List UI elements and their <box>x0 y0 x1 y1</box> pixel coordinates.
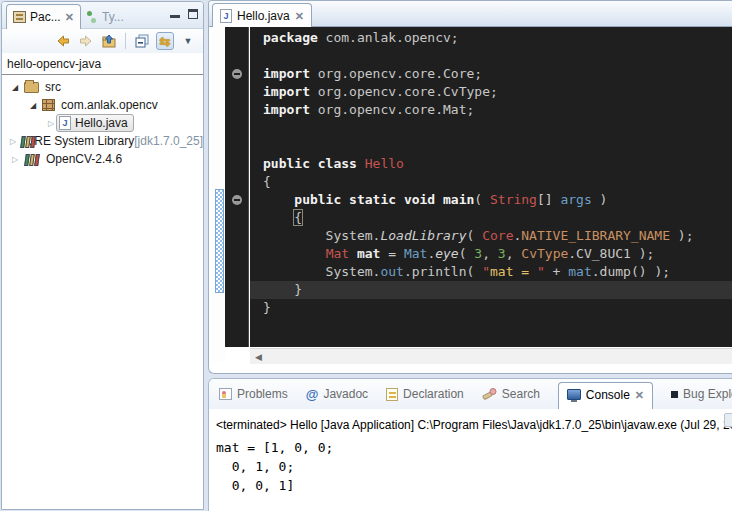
link-with-editor-icon: ⇆ <box>160 34 171 49</box>
library-icon <box>20 135 23 148</box>
tree-item-jre-library[interactable]: ▷ JRE System Library [jdk1.7.0_25] <box>2 132 203 150</box>
console-output-area[interactable]: <terminated> Hello [Java Application] C:… <box>209 409 732 511</box>
code-editor[interactable]: package com.anlak.opencv;import org.open… <box>250 27 732 347</box>
library-icon <box>24 153 41 166</box>
close-icon[interactable]: ✕ <box>65 12 74 22</box>
editor-tabbar: J Hello.java ✕ <box>209 1 732 27</box>
tab-package-explorer-label: Pac... <box>30 10 61 24</box>
view-menu-button[interactable]: ▼ <box>179 32 197 50</box>
javadoc-icon: @ <box>306 387 319 402</box>
up-folder-icon <box>101 33 117 49</box>
expanded-arrow-icon[interactable]: ◢ <box>10 83 20 92</box>
link-with-editor-button[interactable]: ⇆ <box>156 32 174 50</box>
code-line[interactable]: package com.anlak.opencv; <box>250 29 732 47</box>
tree-item-opencv-label: OpenCV-2.4.6 <box>46 152 122 166</box>
java-file-icon: J <box>220 9 232 23</box>
bug-explorer-icon <box>671 391 678 398</box>
fold-collapse-icon[interactable] <box>232 69 242 79</box>
code-line[interactable]: Mat mat = Mat.eye( 3, 3, CvType.CV_8UC1 … <box>250 245 732 263</box>
fold-collapse-icon[interactable] <box>232 195 242 205</box>
collapsed-arrow-icon[interactable]: ▷ <box>10 155 20 164</box>
tree-item-hello-java[interactable]: ▷ J Hello.java <box>2 114 203 132</box>
method-range-indicator <box>215 189 224 293</box>
tree-item-hello-java-label: Hello.java <box>75 116 128 130</box>
console-output-line: 0, 0, 1] <box>216 478 294 493</box>
tree-item-opencv-library[interactable]: ▷ OpenCV-2.4.6 <box>2 150 203 168</box>
annotation-ruler[interactable] <box>212 27 225 362</box>
tab-search[interactable]: Search <box>482 387 540 401</box>
code-line[interactable]: } <box>250 281 732 299</box>
code-line[interactable]: System.LoadLibrary( Core.NATIVE_LIBRARY_… <box>250 227 732 245</box>
console-toolbar-fragment <box>724 413 732 427</box>
code-line[interactable]: public class Hello <box>250 155 732 173</box>
tab-console-label: Console <box>586 388 630 402</box>
tab-type-hierarchy[interactable]: Ty... <box>80 4 130 29</box>
forward-button[interactable] <box>77 32 95 50</box>
tree-item-package-label: com.anlak.opencv <box>61 98 158 112</box>
console-process-title: <terminated> Hello [Java Application] C:… <box>209 409 732 432</box>
tab-hello-java[interactable]: J Hello.java ✕ <box>212 3 312 27</box>
tab-declaration-label: Declaration <box>403 387 464 401</box>
expanded-arrow-icon[interactable]: ◢ <box>28 101 38 110</box>
minimize-icon[interactable] <box>170 9 180 18</box>
code-line[interactable]: import org.opencv.core.Mat; <box>250 101 732 119</box>
collapse-all-button[interactable] <box>133 32 151 50</box>
tree-item-package[interactable]: ◢ com.anlak.opencv <box>2 96 203 114</box>
tab-console[interactable]: Console ✕ <box>558 382 653 409</box>
chevron-down-icon: ▼ <box>184 36 193 46</box>
tab-bug-explorer[interactable]: Bug Explorer <box>671 387 732 401</box>
close-icon[interactable]: ✕ <box>635 390 644 400</box>
tab-problems-label: Problems <box>237 387 288 401</box>
go-up-button[interactable] <box>100 32 118 50</box>
code-line[interactable]: public static void main( String[] args ) <box>250 191 732 209</box>
collapse-all-icon <box>134 33 150 49</box>
maximize-icon[interactable] <box>188 9 198 19</box>
scroll-left-icon[interactable]: ◀ <box>250 352 262 362</box>
tab-problems[interactable]: Problems <box>219 387 288 401</box>
code-line[interactable] <box>250 47 732 65</box>
package-icon <box>42 99 55 111</box>
tree-item-project[interactable]: hello-opencv-java <box>2 53 203 75</box>
tab-javadoc[interactable]: @ Javadoc <box>306 387 368 402</box>
close-icon[interactable]: ✕ <box>295 11 304 21</box>
code-line[interactable] <box>250 137 732 155</box>
tree-item-src[interactable]: ◢ src <box>2 78 203 96</box>
console-output-line: mat = [1, 0, 0; <box>216 440 333 455</box>
console-icon <box>567 389 581 400</box>
forward-arrow-icon <box>78 33 94 49</box>
selected-tree-item[interactable]: J Hello.java <box>56 114 134 132</box>
tree-item-jre-label: JRE System Library <box>28 134 134 148</box>
source-folder-icon <box>24 82 39 93</box>
folding-margin[interactable] <box>225 27 249 347</box>
code-line[interactable]: System.out.println( "mat = " + mat.dump(… <box>250 263 732 281</box>
collapsed-arrow-icon[interactable]: ▷ <box>46 119 56 128</box>
code-line[interactable]: { <box>250 209 732 227</box>
back-button[interactable] <box>54 32 72 50</box>
problems-icon <box>219 388 232 400</box>
console-view: Problems @ Javadoc Declaration Search Co… <box>208 378 732 511</box>
code-line[interactable] <box>250 119 732 137</box>
tree-item-src-label: src <box>45 80 61 94</box>
code-line[interactable]: import org.opencv.core.Core; <box>250 65 732 83</box>
horizontal-scrollbar[interactable]: ◀ <box>250 348 732 364</box>
back-arrow-icon <box>55 33 71 49</box>
tab-package-explorer[interactable]: Pac... ✕ <box>6 4 81 29</box>
editor-area: J Hello.java ✕ package com.anlak.opencv;… <box>208 0 732 374</box>
collapsed-arrow-icon[interactable]: ▷ <box>10 137 16 146</box>
console-output-text[interactable]: mat = [1, 0, 0; 0, 1, 0; 0, 0, 1] <box>209 432 732 495</box>
type-hierarchy-icon <box>86 11 98 23</box>
toolbar-separator <box>125 33 126 49</box>
code-line[interactable]: { <box>250 173 732 191</box>
project-tree: hello-opencv-java ◢ src ◢ com.anlak.open… <box>2 53 203 168</box>
package-explorer-icon <box>13 11 26 23</box>
package-explorer-toolbar: ⇆ ▼ <box>2 29 203 53</box>
console-tabbar: Problems @ Javadoc Declaration Search Co… <box>209 379 732 409</box>
tab-type-hierarchy-label: Ty... <box>102 10 124 24</box>
tab-search-label: Search <box>502 387 540 401</box>
code-line[interactable]: } <box>250 299 732 317</box>
console-output-line: 0, 1, 0; <box>216 459 294 474</box>
package-explorer-view: Pac... ✕ Ty... <box>1 1 204 510</box>
tab-bug-explorer-label: Bug Explorer <box>683 387 732 401</box>
tab-declaration[interactable]: Declaration <box>386 387 464 401</box>
code-line[interactable]: import org.opencv.core.CvType; <box>250 83 732 101</box>
